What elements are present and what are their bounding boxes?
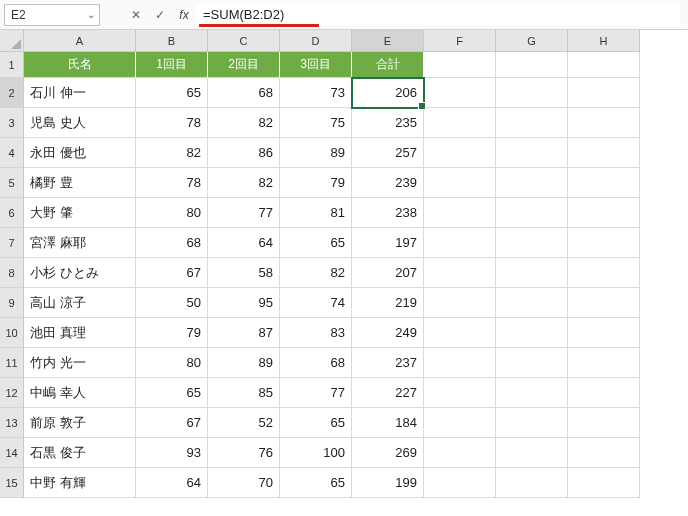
value-cell[interactable]: 82 <box>208 108 280 138</box>
empty-cell[interactable] <box>568 318 640 348</box>
value-cell[interactable]: 82 <box>280 258 352 288</box>
empty-cell[interactable] <box>568 438 640 468</box>
name-cell[interactable]: 石黒 俊子 <box>24 438 136 468</box>
row-header-6[interactable]: 6 <box>0 198 24 228</box>
value-cell[interactable]: 89 <box>208 348 280 378</box>
empty-cell[interactable] <box>496 258 568 288</box>
row-header-13[interactable]: 13 <box>0 408 24 438</box>
column-header-F[interactable]: F <box>424 30 496 52</box>
column-header-H[interactable]: H <box>568 30 640 52</box>
cancel-icon[interactable]: ✕ <box>124 4 148 26</box>
value-cell[interactable]: 68 <box>136 228 208 258</box>
empty-cell[interactable] <box>424 258 496 288</box>
header-cell[interactable]: 3回目 <box>280 52 352 78</box>
row-header-2[interactable]: 2 <box>0 78 24 108</box>
name-cell[interactable]: 永田 優也 <box>24 138 136 168</box>
empty-cell[interactable] <box>496 288 568 318</box>
empty-cell[interactable] <box>424 288 496 318</box>
empty-cell[interactable] <box>496 168 568 198</box>
value-cell[interactable]: 269 <box>352 438 424 468</box>
value-cell[interactable]: 235 <box>352 108 424 138</box>
confirm-icon[interactable]: ✓ <box>148 4 172 26</box>
empty-cell[interactable] <box>568 138 640 168</box>
header-cell[interactable]: 氏名 <box>24 52 136 78</box>
name-cell[interactable]: 竹内 光一 <box>24 348 136 378</box>
value-cell[interactable]: 227 <box>352 378 424 408</box>
row-header-3[interactable]: 3 <box>0 108 24 138</box>
row-header-9[interactable]: 9 <box>0 288 24 318</box>
empty-cell[interactable] <box>496 318 568 348</box>
row-header-15[interactable]: 15 <box>0 468 24 498</box>
empty-cell[interactable] <box>496 198 568 228</box>
column-header-C[interactable]: C <box>208 30 280 52</box>
value-cell[interactable]: 81 <box>280 198 352 228</box>
value-cell[interactable]: 65 <box>280 408 352 438</box>
value-cell[interactable]: 64 <box>208 228 280 258</box>
header-cell[interactable]: 合計 <box>352 52 424 78</box>
value-cell[interactable]: 199 <box>352 468 424 498</box>
value-cell[interactable]: 197 <box>352 228 424 258</box>
column-header-D[interactable]: D <box>280 30 352 52</box>
empty-cell[interactable] <box>568 468 640 498</box>
value-cell[interactable]: 79 <box>136 318 208 348</box>
name-cell[interactable]: 小杉 ひとみ <box>24 258 136 288</box>
row-header-7[interactable]: 7 <box>0 228 24 258</box>
value-cell[interactable]: 78 <box>136 108 208 138</box>
empty-cell[interactable] <box>496 348 568 378</box>
row-header-11[interactable]: 11 <box>0 348 24 378</box>
value-cell[interactable]: 67 <box>136 408 208 438</box>
empty-cell[interactable] <box>424 348 496 378</box>
empty-cell[interactable] <box>424 408 496 438</box>
header-cell[interactable] <box>496 52 568 78</box>
column-header-B[interactable]: B <box>136 30 208 52</box>
value-cell[interactable]: 65 <box>136 378 208 408</box>
formula-input[interactable]: =SUM(B2:D2) <box>196 4 680 26</box>
value-cell[interactable]: 77 <box>280 378 352 408</box>
row-header-8[interactable]: 8 <box>0 258 24 288</box>
empty-cell[interactable] <box>424 78 496 108</box>
row-header-14[interactable]: 14 <box>0 438 24 468</box>
value-cell[interactable]: 100 <box>280 438 352 468</box>
name-cell[interactable]: 池田 真理 <box>24 318 136 348</box>
empty-cell[interactable] <box>496 378 568 408</box>
value-cell[interactable]: 237 <box>352 348 424 378</box>
row-header-4[interactable]: 4 <box>0 138 24 168</box>
empty-cell[interactable] <box>496 228 568 258</box>
header-cell[interactable]: 2回目 <box>208 52 280 78</box>
name-cell[interactable]: 児島 史人 <box>24 108 136 138</box>
value-cell[interactable]: 85 <box>208 378 280 408</box>
empty-cell[interactable] <box>424 168 496 198</box>
value-cell[interactable]: 76 <box>208 438 280 468</box>
value-cell[interactable]: 219 <box>352 288 424 318</box>
value-cell[interactable]: 80 <box>136 348 208 378</box>
value-cell[interactable]: 249 <box>352 318 424 348</box>
value-cell[interactable]: 52 <box>208 408 280 438</box>
empty-cell[interactable] <box>496 108 568 138</box>
value-cell[interactable]: 50 <box>136 288 208 318</box>
value-cell[interactable]: 68 <box>208 78 280 108</box>
value-cell[interactable]: 65 <box>136 78 208 108</box>
select-all-corner[interactable] <box>0 30 24 52</box>
empty-cell[interactable] <box>424 378 496 408</box>
empty-cell[interactable] <box>568 78 640 108</box>
empty-cell[interactable] <box>568 168 640 198</box>
value-cell[interactable]: 64 <box>136 468 208 498</box>
value-cell[interactable]: 68 <box>280 348 352 378</box>
value-cell[interactable]: 78 <box>136 168 208 198</box>
empty-cell[interactable] <box>424 228 496 258</box>
empty-cell[interactable] <box>424 318 496 348</box>
value-cell[interactable]: 87 <box>208 318 280 348</box>
name-cell[interactable]: 中嶋 幸人 <box>24 378 136 408</box>
empty-cell[interactable] <box>496 138 568 168</box>
name-cell[interactable]: 高山 涼子 <box>24 288 136 318</box>
value-cell[interactable]: 65 <box>280 228 352 258</box>
empty-cell[interactable] <box>424 468 496 498</box>
value-cell[interactable]: 67 <box>136 258 208 288</box>
chevron-down-icon[interactable]: ⌄ <box>87 9 95 20</box>
empty-cell[interactable] <box>496 468 568 498</box>
empty-cell[interactable] <box>568 198 640 228</box>
header-cell[interactable] <box>424 52 496 78</box>
value-cell[interactable]: 86 <box>208 138 280 168</box>
name-box[interactable]: E2 ⌄ <box>4 4 100 26</box>
empty-cell[interactable] <box>568 258 640 288</box>
